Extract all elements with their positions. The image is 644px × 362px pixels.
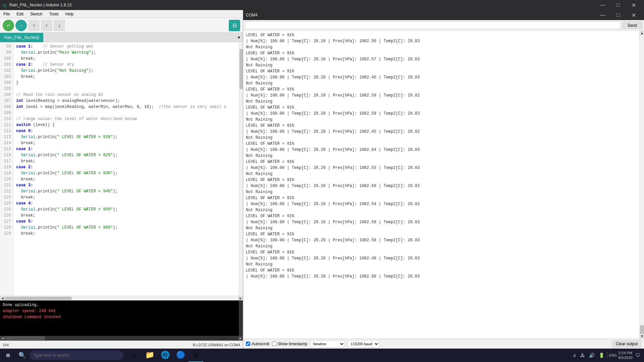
- line-number: 103: [0, 74, 13, 80]
- taskbar: ⊞ 🔍 ❑ 📁 🌐 🔵 ◎ ∧ 🖧 🔊 🔋 ENG 5:54 PM 8/5/20…: [0, 349, 644, 362]
- line-number: 108: [0, 104, 13, 110]
- sound-icon[interactable]: 🔊: [588, 352, 596, 359]
- explorer-icon: 📁: [145, 351, 154, 360]
- ide-vscroll[interactable]: [239, 42, 243, 296]
- console-status: Done uploading.: [3, 302, 236, 308]
- code-line: break;: [16, 176, 236, 182]
- timestamp-checkbox[interactable]: [272, 342, 276, 346]
- taskbar-app-edge[interactable]: 🌐: [158, 349, 172, 362]
- taskbar-app-chrome[interactable]: 🔵: [173, 349, 188, 362]
- code-area: 9899100101102103104105106107108109110111…: [0, 42, 243, 296]
- menu-edit[interactable]: Edit: [13, 11, 27, 17]
- expand-icon[interactable]: ∧: [572, 352, 578, 359]
- autoscroll-checkbox[interactable]: [246, 342, 250, 346]
- baud-select[interactable]: 300 baud1200 baud2400 baud4800 baud9600 …: [347, 340, 379, 348]
- code-line: [16, 86, 236, 92]
- hscroll-left-button[interactable]: ◀: [0, 296, 5, 301]
- code-line: case 2:: [16, 164, 236, 170]
- console-hscroll-track[interactable]: [5, 336, 238, 341]
- save-button[interactable]: ↓: [54, 20, 65, 31]
- minimize-button[interactable]: —: [595, 0, 610, 10]
- serial-output-line: | Hum[%]: 100.00 | Temp[C]: 28.20 | Pres…: [246, 147, 637, 153]
- battery-icon[interactable]: 🔋: [597, 352, 606, 359]
- taskbar-app-task-view[interactable]: ❑: [127, 349, 142, 362]
- serial-send-button[interactable]: Send: [622, 21, 643, 29]
- ide-tabs: Rain_FNL_Nucleo§ ▾: [0, 33, 243, 42]
- console-hscroll-right[interactable]: ▶: [238, 336, 243, 341]
- statusbar-board: B-L072Z-LRWAN1 on COM4: [193, 343, 240, 347]
- taskbar-app-arduino[interactable]: ◎: [189, 349, 203, 362]
- taskbar-search-icon[interactable]: 🔍: [15, 349, 29, 362]
- close-button[interactable]: ✕: [626, 0, 641, 10]
- upload-button[interactable]: →: [15, 20, 27, 31]
- autoscroll-label[interactable]: Autoscroll: [246, 342, 269, 346]
- line-number: 110: [0, 116, 13, 122]
- menu-tools[interactable]: Tools: [46, 11, 62, 17]
- new-button[interactable]: ↑: [28, 20, 40, 31]
- tab-dropdown-button[interactable]: ▾: [235, 33, 243, 42]
- code-line: Serial.println(" LEVEL OF WATER = 96%");: [16, 225, 236, 231]
- verify-button[interactable]: ✓: [3, 20, 14, 31]
- menu-file[interactable]: File: [0, 11, 13, 17]
- com-title-bar: COM4 — □ ✕: [243, 10, 644, 20]
- start-button[interactable]: ⊞: [1, 349, 15, 362]
- ide-hscroll-track[interactable]: [5, 297, 238, 300]
- code-line: Serial.println(" LEVEL OF WATER = 94%");: [16, 188, 236, 194]
- code-line: case 4:: [16, 200, 236, 206]
- serial-output-line: LEVEL OF WATER = 91%: [246, 267, 637, 274]
- menu-sketch[interactable]: Sketch: [27, 11, 46, 17]
- serial-monitor-button[interactable]: ⊟: [229, 20, 240, 31]
- taskbar-app-explorer[interactable]: 📁: [142, 349, 157, 362]
- serial-output-line: Not Raining: [246, 44, 637, 50]
- com-maximize-button[interactable]: □: [610, 10, 626, 20]
- line-number: 128: [0, 225, 13, 231]
- maximize-button[interactable]: □: [610, 0, 626, 10]
- code-line: Serial.println("Not Raining");: [16, 68, 236, 74]
- com-minimize-button[interactable]: —: [595, 10, 610, 20]
- serial-output-line: LEVEL OF WATER = 91%: [246, 86, 637, 93]
- serial-vscroll-up-button[interactable]: ▲: [640, 31, 644, 36]
- taskbar-search-input[interactable]: [30, 351, 123, 360]
- code-scroll[interactable]: case 1: // Sensor getting wet Serial.pri…: [13, 42, 239, 296]
- language-label: ENG: [609, 353, 617, 357]
- network-icon[interactable]: 🖧: [579, 352, 586, 359]
- serial-output-line: LEVEL OF WATER = 91%: [246, 213, 637, 219]
- ide-tab-main[interactable]: Rain_FNL_Nucleo§: [0, 33, 43, 42]
- line-number: 101: [0, 62, 13, 68]
- line-number: 106: [0, 92, 13, 98]
- serial-input[interactable]: [245, 21, 621, 29]
- serial-output-line: Not Raining: [246, 117, 637, 123]
- open-button[interactable]: ↑: [41, 20, 52, 31]
- hscroll-right-button[interactable]: ▶: [238, 296, 243, 301]
- task-view-icon: ❑: [132, 351, 136, 360]
- console-line: adapter speed: 240 kHz: [3, 308, 236, 314]
- newline-select[interactable]: No line endingNewlineCarriage returnBoth…: [310, 340, 345, 348]
- serial-vscroll-down-button[interactable]: ▼: [640, 334, 644, 339]
- serial-output-line: | Hum[%]: 100.00 | Temp[C]: 28.20 | Pres…: [246, 111, 637, 117]
- serial-output-line: LEVEL OF WATER = 91%: [246, 32, 637, 38]
- timestamp-label[interactable]: Show timestamp: [272, 342, 308, 346]
- code-line: case 2: // Sensor dry: [16, 62, 236, 68]
- serial-output-line: LEVEL OF WATER = 91%: [246, 105, 637, 111]
- serial-output-line: Not Raining: [246, 80, 637, 86]
- serial-output-line: Not Raining: [246, 135, 637, 141]
- clear-output-button[interactable]: Clear output: [612, 340, 641, 348]
- serial-vscroll[interactable]: ▲ ▼: [639, 31, 644, 339]
- ide-vscroll-thumb[interactable]: [239, 49, 243, 89]
- serial-output-line: Not Raining: [246, 225, 637, 231]
- line-number: 115: [0, 146, 13, 152]
- console-vscroll[interactable]: [239, 301, 243, 336]
- ide-hscroll-thumb: [5, 297, 72, 300]
- serial-output-line: Not Raining: [246, 243, 637, 249]
- line-number: 123: [0, 194, 13, 200]
- serial-output-line: LEVEL OF WATER = 91%: [246, 249, 637, 255]
- com-close-button[interactable]: ✕: [626, 10, 641, 20]
- arduino-icon: ◎: [194, 351, 198, 360]
- menu-help[interactable]: Help: [62, 11, 77, 17]
- serial-output-line: Not Raining: [246, 189, 637, 195]
- taskbar-time[interactable]: 5:54 PM 8/5/2020: [618, 351, 633, 360]
- serial-output: LEVEL OF WATER = 91%| Hum[%]: 100.00 | T…: [243, 31, 644, 339]
- console-hscroll-left[interactable]: ◀: [0, 336, 5, 341]
- console-line: shutdown command invoked: [3, 314, 236, 320]
- notification-icon[interactable]: 🗨: [634, 352, 641, 359]
